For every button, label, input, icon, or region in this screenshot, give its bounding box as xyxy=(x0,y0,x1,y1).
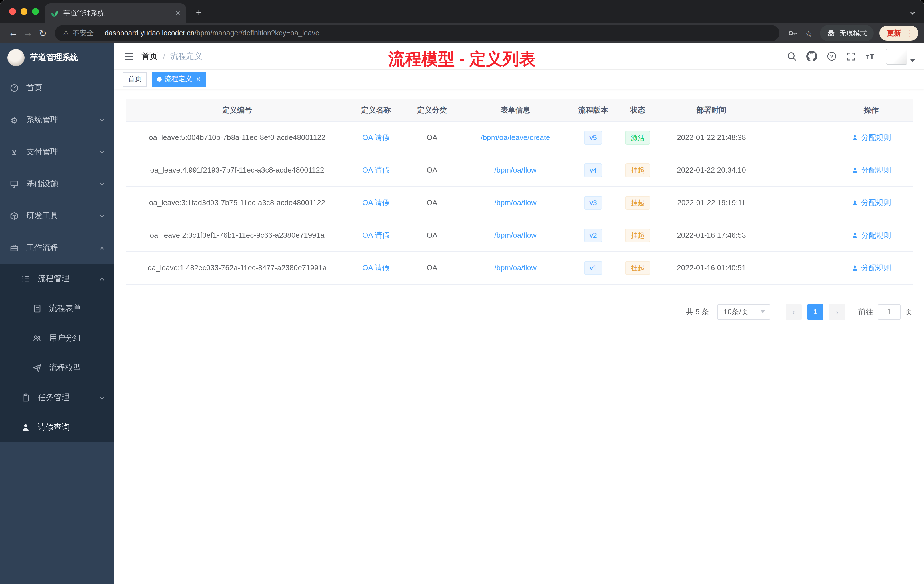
status-badge: 挂起 xyxy=(625,261,650,275)
form-link[interactable]: /bpm/oa/flow xyxy=(494,264,536,272)
definition-name-link[interactable]: OA 请假 xyxy=(362,198,389,206)
macos-traffic-lights xyxy=(9,8,39,15)
paper-plane-icon xyxy=(32,363,42,373)
definition-name-link[interactable]: OA 请假 xyxy=(362,263,389,272)
tab-search-chevron-icon[interactable] xyxy=(909,10,916,16)
tag-close-icon[interactable]: ✕ xyxy=(196,76,201,82)
briefcase-icon xyxy=(9,243,20,252)
form-link[interactable]: /bpm/oa/flow xyxy=(494,231,536,239)
fullscreen-icon[interactable] xyxy=(846,52,855,61)
sidebar-item-label: 工作流程 xyxy=(26,243,92,253)
definition-name-link[interactable]: OA 请假 xyxy=(362,133,389,142)
sidebar-item-payment[interactable]: ¥ 支付管理 xyxy=(0,136,114,168)
chevron-up-icon xyxy=(99,245,105,251)
incognito-badge: 无痕模式 xyxy=(820,25,874,41)
col-header-name: 定义名称 xyxy=(348,99,403,121)
reload-button[interactable]: ↻ xyxy=(35,26,50,41)
yen-icon: ¥ xyxy=(9,148,20,156)
sidebar-item-process-form[interactable]: 流程表单 xyxy=(0,294,114,323)
table-header-row: 定义编号 定义名称 定义分类 表单信息 流程版本 状态 部署时间 操作 xyxy=(126,99,912,121)
assign-rule-link[interactable]: 分配规则 xyxy=(852,262,891,273)
site-favicon-icon xyxy=(50,9,59,17)
bookmark-star-icon[interactable]: ☆ xyxy=(805,29,813,38)
tab-close-icon[interactable]: ✕ xyxy=(175,10,181,17)
sidebar-item-workflow[interactable]: 工作流程 xyxy=(0,232,114,264)
chevron-up-icon xyxy=(99,276,105,282)
tag-process-definition[interactable]: 流程定义 ✕ xyxy=(152,72,206,87)
tag-home[interactable]: 首页 xyxy=(123,72,147,87)
page-size-value: 10条/页 xyxy=(723,307,749,317)
col-header-version: 流程版本 xyxy=(570,99,616,121)
sidebar-logo: 芋道管理系统 xyxy=(0,43,114,72)
browser-toolbar: ← → ↻ ⚠ 不安全 dashboard.yudao.iocoder.cn /… xyxy=(0,23,924,43)
new-tab-button[interactable]: + xyxy=(191,5,207,21)
close-window-button[interactable] xyxy=(9,8,16,15)
sidebar-item-label: 用户分组 xyxy=(49,333,105,343)
sidebar-item-system[interactable]: ⚙ 系统管理 xyxy=(0,104,114,136)
assign-rule-link[interactable]: 分配规则 xyxy=(852,165,891,175)
tag-label: 首页 xyxy=(128,74,142,84)
menu-dots-icon[interactable]: ⋮ xyxy=(905,28,913,38)
assign-rule-link[interactable]: 分配规则 xyxy=(852,132,891,143)
cell-deploy-time: 2022-01-22 19:19:11 xyxy=(660,186,764,219)
cell-deploy-time: 2022-01-22 21:48:38 xyxy=(660,121,764,154)
main-area: 首页 / 流程定义 xyxy=(114,43,924,584)
back-button[interactable]: ← xyxy=(6,26,21,41)
sidebar-item-process-management[interactable]: 流程管理 xyxy=(0,264,114,294)
definition-name-link[interactable]: OA 请假 xyxy=(362,165,389,174)
sidebar-item-infrastructure[interactable]: 基础设施 xyxy=(0,168,114,200)
sidebar-item-label: 支付管理 xyxy=(26,147,92,157)
sidebar-item-label: 流程表单 xyxy=(49,304,105,314)
caret-down-icon xyxy=(910,59,915,62)
form-link[interactable]: /bpm/oa/flow xyxy=(494,198,536,207)
table-row: oa_leave:5:004b710b-7b8a-11ec-8ef0-acde4… xyxy=(126,121,912,154)
chevron-down-icon xyxy=(99,394,105,401)
font-size-icon[interactable]: T T xyxy=(865,51,876,61)
help-icon[interactable]: ? xyxy=(827,51,837,61)
sidebar-item-dev-tools[interactable]: 研发工具 xyxy=(0,200,114,232)
breadcrumb-home[interactable]: 首页 xyxy=(142,51,158,61)
cell-category: OA xyxy=(403,219,460,251)
sidebar-item-leave-query[interactable]: 请假查询 xyxy=(0,412,114,442)
not-secure-label[interactable]: 不安全 xyxy=(73,28,94,38)
next-page-button[interactable]: › xyxy=(829,304,845,320)
chrome-update-button[interactable]: 更新 ⋮ xyxy=(879,26,918,41)
page-number-button[interactable]: 1 xyxy=(807,304,823,320)
form-link[interactable]: /bpm/oa/flow xyxy=(494,166,536,174)
clipboard-icon xyxy=(21,393,31,402)
active-tag-dot xyxy=(157,77,162,81)
sidebar-item-user-group[interactable]: 用户分组 xyxy=(0,323,114,353)
cell-deploy-time: 2022-01-16 01:40:51 xyxy=(660,251,764,284)
github-icon[interactable] xyxy=(806,51,817,62)
assign-rule-link[interactable]: 分配规则 xyxy=(852,230,891,240)
sidebar-item-home[interactable]: 首页 xyxy=(0,72,114,104)
forward-button[interactable]: → xyxy=(21,26,35,41)
cell-category: OA xyxy=(403,121,460,154)
password-key-icon[interactable] xyxy=(788,28,797,38)
address-bar[interactable]: ⚠ 不安全 dashboard.yudao.iocoder.cn /bpm/ma… xyxy=(55,25,779,41)
cell-category: OA xyxy=(403,186,460,219)
zoom-window-button[interactable] xyxy=(32,8,39,15)
select-caret-icon xyxy=(761,310,765,313)
breadcrumb-current: 流程定义 xyxy=(170,51,202,61)
col-header-action: 操作 xyxy=(830,99,912,121)
page-size-select[interactable]: 10条/页 xyxy=(717,304,770,320)
sidebar-item-task-management[interactable]: 任务管理 xyxy=(0,383,114,412)
assign-rule-link[interactable]: 分配规则 xyxy=(852,198,891,208)
person-icon xyxy=(21,423,31,432)
goto-page-input[interactable] xyxy=(878,304,901,320)
prev-page-button[interactable]: ‹ xyxy=(786,304,802,320)
omnibox-divider xyxy=(99,29,100,37)
version-badge: v2 xyxy=(584,228,602,242)
minimize-window-button[interactable] xyxy=(21,8,27,15)
search-icon[interactable] xyxy=(787,51,797,61)
user-avatar[interactable] xyxy=(886,48,915,64)
sidebar-collapse-icon[interactable] xyxy=(124,51,134,61)
definition-name-link[interactable]: OA 请假 xyxy=(362,231,389,239)
cell-definition-id: oa_leave:1:482ec033-762a-11ec-8477-a2380… xyxy=(126,251,348,284)
tab-title: 芋道管理系统 xyxy=(63,8,171,18)
form-link[interactable]: /bpm/oa/leave/create xyxy=(481,133,550,142)
sidebar-item-process-model[interactable]: 流程模型 xyxy=(0,353,114,383)
browser-tab[interactable]: 芋道管理系统 ✕ xyxy=(45,3,186,23)
col-header-form: 表单信息 xyxy=(460,99,570,121)
